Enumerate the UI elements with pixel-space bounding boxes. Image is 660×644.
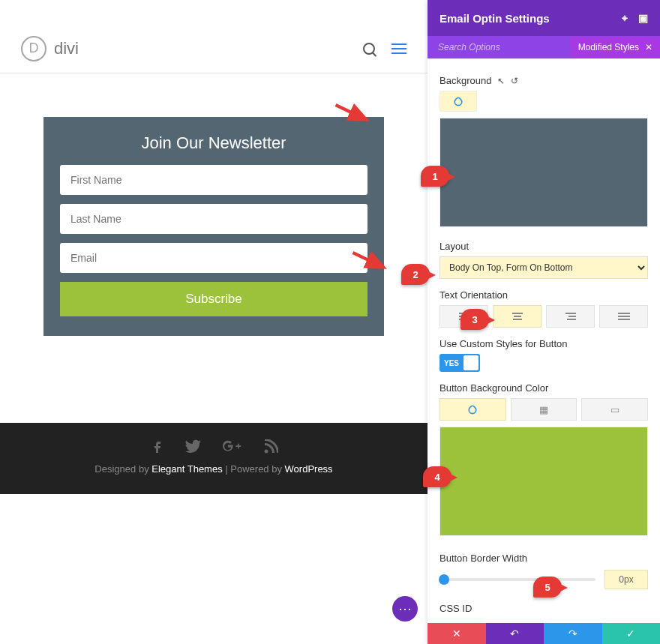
redo-button[interactable]: ↷ <box>544 623 602 644</box>
site-header: D divi <box>0 24 428 73</box>
reset-icon[interactable]: ↺ <box>511 76 518 86</box>
background-label: Background ↖ ↺ <box>440 75 648 86</box>
layout-select[interactable]: Body On Top, Form On Bottom <box>440 256 648 279</box>
optin-title: Join Our Newsletter <box>60 133 368 153</box>
panel-header: Email Optin Settings ⌖ ▣ <box>428 0 660 36</box>
expand-icon[interactable]: ▣ <box>638 12 648 25</box>
layout-label: Layout <box>440 241 648 252</box>
align-center-button[interactable] <box>493 305 542 328</box>
button-bg-image-tab[interactable]: ▭ <box>581 398 648 421</box>
button-bg-color-swatch[interactable] <box>440 427 648 536</box>
background-color-swatch[interactable] <box>440 118 648 227</box>
border-width-slider[interactable] <box>440 578 596 581</box>
button-bg-label: Button Background Color <box>440 382 648 394</box>
annotation-pin-2: 2 <box>401 264 430 285</box>
css-id-label: CSS ID <box>440 603 648 614</box>
panel-search-row: Search Options Modified Styles✕ <box>428 36 660 58</box>
email-input[interactable] <box>60 243 368 273</box>
cursor-icon[interactable]: ↖ <box>497 76 505 86</box>
button-bg-color-tab[interactable] <box>440 398 506 421</box>
annotation-pin-1: 1 <box>421 166 449 187</box>
align-justify-button[interactable] <box>599 305 648 328</box>
menu-icon[interactable] <box>392 43 406 54</box>
undo-button[interactable]: ↶ <box>486 623 544 644</box>
panel-title: Email Optin Settings <box>440 12 550 25</box>
align-right-button[interactable] <box>546 305 595 328</box>
close-icon[interactable]: ✕ <box>645 42 652 52</box>
logo-circle-icon: D <box>21 36 46 61</box>
site-logo[interactable]: D divi <box>21 36 79 61</box>
search-options-input[interactable]: Search Options <box>428 42 571 52</box>
cancel-button[interactable]: ✕ <box>428 623 486 644</box>
text-orientation-label: Text Orientation <box>440 289 648 301</box>
logo-text: divi <box>54 39 79 58</box>
save-button[interactable]: ✓ <box>602 623 661 644</box>
button-border-width-label: Button Border Width <box>440 553 648 564</box>
annotation-pin-3: 3 <box>460 309 489 330</box>
subscribe-button[interactable]: Subscribe <box>60 282 368 316</box>
wordpress-link[interactable]: WordPress <box>285 463 333 475</box>
modified-styles-tag[interactable]: Modified Styles✕ <box>571 37 660 58</box>
builder-fab[interactable]: ⋯ <box>392 596 418 622</box>
last-name-input[interactable] <box>60 204 368 234</box>
panel-action-bar: ✕ ↶ ↷ ✓ <box>428 623 660 644</box>
bg-color-tab[interactable] <box>440 91 477 112</box>
border-width-value[interactable]: 0px <box>604 570 648 589</box>
elegant-themes-link[interactable]: Elegant Themes <box>152 463 222 475</box>
facebook-icon[interactable] <box>149 439 164 454</box>
twitter-icon[interactable] <box>185 439 202 454</box>
page-preview: D divi Join Our Newsletter Subscribe <box>0 0 428 644</box>
rss-icon[interactable] <box>263 439 278 454</box>
button-bg-gradient-tab[interactable]: ▦ <box>511 398 578 421</box>
annotation-pin-5: 5 <box>533 577 562 598</box>
annotation-pin-4: 4 <box>423 466 452 487</box>
search-icon[interactable] <box>363 43 375 55</box>
email-optin-module[interactable]: Join Our Newsletter Subscribe <box>44 117 384 336</box>
first-name-input[interactable] <box>60 165 368 195</box>
custom-button-styles-label: Use Custom Styles for Button <box>440 338 648 349</box>
target-icon[interactable]: ⌖ <box>622 12 628 25</box>
footer-credit: Designed by Elegant Themes | Powered by … <box>0 463 428 475</box>
site-footer: Designed by Elegant Themes | Powered by … <box>0 423 428 494</box>
custom-styles-toggle[interactable]: YES <box>440 354 480 372</box>
googleplus-icon[interactable] <box>223 439 242 454</box>
svg-point-2 <box>265 450 268 454</box>
